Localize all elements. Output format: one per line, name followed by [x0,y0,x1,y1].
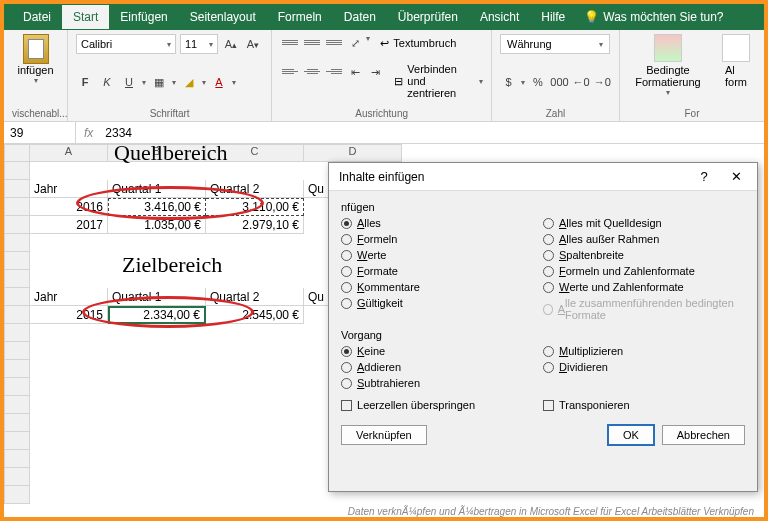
align-bottom-icon[interactable] [324,34,344,50]
cell[interactable]: Jahr [30,180,108,198]
fill-color-icon[interactable]: ◢ [180,73,198,91]
comma-format-icon[interactable]: 000 [551,73,569,91]
row-header[interactable] [4,486,30,504]
row-header[interactable] [4,450,30,468]
radio-option[interactable]: Addieren [341,361,543,373]
tab-datei[interactable]: Datei [12,5,62,29]
cell[interactable]: 2017 [30,216,108,234]
orientation-icon[interactable]: ⤢ [346,34,364,52]
paste-icon[interactable] [23,34,49,64]
radio-option[interactable]: Alles außer Rahmen [543,233,745,245]
underline-button[interactable]: U [120,73,138,91]
link-button[interactable]: Verknüpfen [341,425,427,445]
radio-option[interactable]: Alles mit Quelldesign [543,217,745,229]
tab-formeln[interactable]: Formeln [267,5,333,29]
row-header[interactable] [4,288,30,306]
align-left-icon[interactable] [280,63,300,79]
dialog-titlebar[interactable]: Inhalte einfügen ? ✕ [329,163,757,191]
cell[interactable]: 1.035,00 € [108,216,206,234]
cell[interactable]: 2.545,00 € [206,306,304,324]
name-box[interactable]: 39 [4,122,76,143]
select-all-corner[interactable] [4,144,30,162]
paste-dropdown-icon[interactable]: ▾ [34,76,38,85]
cell[interactable]: Quartal 1 [108,180,206,198]
tab-einfuegen[interactable]: Einfügen [109,5,178,29]
radio-option[interactable]: Werte und Zahlenformate [543,281,745,293]
radio-option[interactable]: Formeln [341,233,543,245]
radio-option[interactable]: Subtrahieren [341,377,543,389]
cell[interactable]: 2016 [30,198,108,216]
col-header-D[interactable]: D [304,144,402,162]
cell[interactable]: Quartal 2 [206,288,304,306]
cell[interactable]: 2.979,10 € [206,216,304,234]
row-header[interactable] [4,234,30,252]
font-name-select[interactable]: Calibri▾ [76,34,176,54]
increase-indent-icon[interactable]: ⇥ [366,63,384,81]
radio-option[interactable]: Spaltenbreite [543,249,745,261]
radio-option[interactable]: Formeln und Zahlenformate [543,265,745,277]
decrease-font-icon[interactable]: A▾ [244,35,262,53]
tab-daten[interactable]: Daten [333,5,387,29]
borders-icon[interactable]: ▦ [150,73,168,91]
bold-button[interactable]: F [76,73,94,91]
cell-selected[interactable]: 2.334,00 € [108,306,206,324]
row-header[interactable] [4,198,30,216]
decrease-decimal-icon[interactable]: →0 [594,73,611,91]
row-header[interactable] [4,432,30,450]
cell[interactable]: 3.416,00 € [108,198,206,216]
align-middle-icon[interactable] [302,34,322,50]
row-header[interactable] [4,216,30,234]
cancel-button[interactable]: Abbrechen [662,425,745,445]
increase-decimal-icon[interactable]: ←0 [573,73,590,91]
row-header[interactable] [4,378,30,396]
radio-option[interactable]: Formate [341,265,543,277]
radio-option[interactable]: Kommentare [341,281,543,293]
radio-option[interactable]: Dividieren [543,361,745,373]
cell[interactable]: Quartal 2 [206,180,304,198]
row-header[interactable] [4,396,30,414]
dialog-close-button[interactable]: ✕ [721,166,751,188]
font-size-select[interactable]: 11▾ [180,34,218,54]
align-right-icon[interactable] [324,63,344,79]
tab-start[interactable]: Start [62,5,109,29]
decrease-indent-icon[interactable]: ⇤ [346,63,364,81]
tab-seitenlayout[interactable]: Seitenlayout [179,5,267,29]
col-header-A[interactable]: A [30,144,108,162]
conditional-formatting-button[interactable]: Bedingte Formatierung ▾ [628,34,708,97]
row-header[interactable] [4,468,30,486]
wrap-text-button[interactable]: ↩ Textumbruch [380,34,456,52]
transpose-checkbox[interactable]: Transponieren [543,399,745,411]
percent-format-icon[interactable]: % [529,73,546,91]
dialog-help-button[interactable]: ? [689,166,719,188]
row-header[interactable] [4,306,30,324]
format-table-button[interactable]: Al form [716,34,756,97]
fx-icon[interactable]: fx [76,126,101,140]
cell[interactable]: Jahr [30,288,108,306]
row-header[interactable] [4,360,30,378]
row-header[interactable] [4,162,30,180]
formula-input[interactable]: 2334 [101,126,132,140]
skip-blanks-checkbox[interactable]: Leerzellen überspringen [341,399,543,411]
row-header[interactable] [4,180,30,198]
row-header[interactable] [4,270,30,288]
radio-option[interactable]: Alles [341,217,543,229]
tab-ueberpruefen[interactable]: Überprüfen [387,5,469,29]
radio-option[interactable]: Keine [341,345,543,357]
align-center-icon[interactable] [302,63,322,79]
italic-button[interactable]: K [98,73,116,91]
row-header[interactable] [4,414,30,432]
font-color-icon[interactable]: A [210,73,228,91]
row-header[interactable] [4,342,30,360]
tab-ansicht[interactable]: Ansicht [469,5,530,29]
radio-option[interactable]: Gültigkeit [341,297,543,309]
radio-option[interactable]: Multiplizieren [543,345,745,357]
number-format-select[interactable]: Währung▾ [500,34,610,54]
increase-font-icon[interactable]: A▴ [222,35,240,53]
merge-center-button[interactable]: ⊟ Verbinden und zentrieren ▾ [394,63,483,99]
radio-option[interactable]: Werte [341,249,543,261]
cell[interactable]: Quartal 1 [108,288,206,306]
underline-dropdown-icon[interactable]: ▾ [142,78,146,87]
cell[interactable]: 3.110,00 € [206,198,304,216]
align-top-icon[interactable] [280,34,300,50]
ok-button[interactable]: OK [608,425,654,445]
